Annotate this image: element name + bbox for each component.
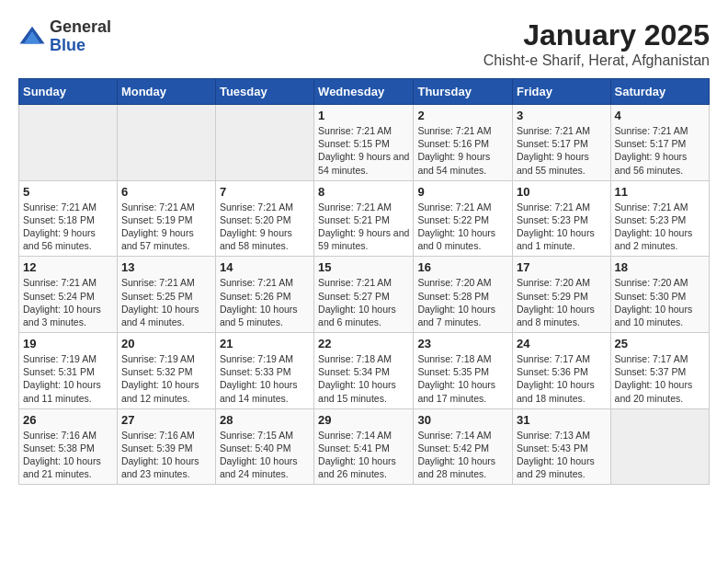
calendar-cell: 8 Sunrise: 7:21 AMSunset: 5:21 PMDayligh… (314, 180, 414, 257)
day-detail: Sunrise: 7:21 AMSunset: 5:23 PMDaylight:… (615, 201, 693, 252)
day-detail: Sunrise: 7:19 AMSunset: 5:31 PMDaylight:… (23, 353, 101, 404)
header-thursday: Thursday (414, 79, 513, 105)
logo-blue: Blue (50, 37, 111, 55)
day-number: 24 (517, 337, 607, 350)
calendar-cell (117, 105, 215, 181)
day-number: 31 (517, 413, 607, 427)
day-detail: Sunrise: 7:21 AMSunset: 5:17 PMDaylight:… (517, 125, 590, 176)
day-detail: Sunrise: 7:19 AMSunset: 5:32 PMDaylight:… (121, 353, 199, 404)
day-detail: Sunrise: 7:21 AMSunset: 5:23 PMDaylight:… (517, 201, 595, 252)
logo-general: General (50, 18, 111, 37)
calendar-cell: 6 Sunrise: 7:21 AMSunset: 5:19 PMDayligh… (117, 180, 215, 257)
day-number: 1 (318, 109, 409, 122)
day-number: 21 (220, 337, 310, 350)
day-number: 15 (318, 260, 409, 274)
calendar-cell: 14 Sunrise: 7:21 AMSunset: 5:26 PMDaylig… (215, 257, 313, 333)
calendar-cell: 13 Sunrise: 7:21 AMSunset: 5:25 PMDaylig… (117, 257, 215, 333)
day-detail: Sunrise: 7:20 AMSunset: 5:28 PMDaylight:… (417, 277, 495, 327)
day-detail: Sunrise: 7:21 AMSunset: 5:20 PMDaylight:… (220, 201, 293, 252)
day-number: 29 (318, 413, 409, 427)
day-detail: Sunrise: 7:17 AMSunset: 5:36 PMDaylight:… (517, 353, 595, 404)
day-detail: Sunrise: 7:21 AMSunset: 5:27 PMDaylight:… (318, 277, 396, 327)
day-detail: Sunrise: 7:21 AMSunset: 5:25 PMDaylight:… (121, 277, 199, 327)
day-detail: Sunrise: 7:18 AMSunset: 5:34 PMDaylight:… (318, 353, 396, 404)
day-detail: Sunrise: 7:14 AMSunset: 5:41 PMDaylight:… (318, 430, 396, 480)
day-number: 28 (220, 413, 310, 427)
day-number: 25 (615, 337, 705, 350)
calendar-cell: 11 Sunrise: 7:21 AMSunset: 5:23 PMDaylig… (610, 180, 709, 257)
calendar-cell: 18 Sunrise: 7:20 AMSunset: 5:30 PMDaylig… (610, 257, 709, 333)
calendar-table: SundayMondayTuesdayWednesdayThursdayFrid… (18, 78, 710, 485)
day-number: 4 (615, 109, 705, 122)
day-detail: Sunrise: 7:16 AMSunset: 5:39 PMDaylight:… (121, 430, 199, 480)
calendar-cell (19, 105, 118, 181)
calendar-cell: 2 Sunrise: 7:21 AMSunset: 5:16 PMDayligh… (414, 105, 513, 181)
day-detail: Sunrise: 7:17 AMSunset: 5:37 PMDaylight:… (615, 353, 693, 404)
day-detail: Sunrise: 7:13 AMSunset: 5:43 PMDaylight:… (517, 430, 595, 480)
day-detail: Sunrise: 7:21 AMSunset: 5:19 PMDaylight:… (121, 201, 195, 252)
day-number: 14 (220, 260, 310, 274)
title-block: January 2025 Chisht-e Sharif, Herat, Afg… (483, 18, 710, 69)
calendar-cell: 1 Sunrise: 7:21 AMSunset: 5:15 PMDayligh… (314, 105, 414, 181)
day-detail: Sunrise: 7:20 AMSunset: 5:29 PMDaylight:… (517, 277, 595, 327)
day-detail: Sunrise: 7:21 AMSunset: 5:16 PMDaylight:… (417, 125, 491, 176)
calendar-cell: 20 Sunrise: 7:19 AMSunset: 5:32 PMDaylig… (117, 333, 215, 409)
calendar-cell: 26 Sunrise: 7:16 AMSunset: 5:38 PMDaylig… (19, 408, 118, 485)
day-detail: Sunrise: 7:19 AMSunset: 5:33 PMDaylight:… (220, 353, 298, 404)
week-row-1: 1 Sunrise: 7:21 AMSunset: 5:15 PMDayligh… (19, 105, 710, 181)
header-tuesday: Tuesday (215, 79, 313, 105)
calendar-cell: 23 Sunrise: 7:18 AMSunset: 5:35 PMDaylig… (414, 333, 513, 409)
day-detail: Sunrise: 7:21 AMSunset: 5:26 PMDaylight:… (220, 277, 298, 327)
calendar-cell: 7 Sunrise: 7:21 AMSunset: 5:20 PMDayligh… (215, 180, 313, 257)
day-number: 23 (417, 337, 508, 350)
day-number: 13 (121, 260, 211, 274)
week-row-4: 19 Sunrise: 7:19 AMSunset: 5:31 PMDaylig… (19, 333, 710, 409)
page-header: General Blue January 2025 Chisht-e Shari… (18, 18, 710, 69)
calendar-cell: 29 Sunrise: 7:14 AMSunset: 5:41 PMDaylig… (314, 408, 414, 485)
day-number: 22 (318, 337, 409, 350)
day-number: 7 (220, 185, 310, 199)
calendar-cell: 5 Sunrise: 7:21 AMSunset: 5:18 PMDayligh… (19, 180, 118, 257)
day-number: 10 (517, 185, 607, 199)
calendar-cell: 30 Sunrise: 7:14 AMSunset: 5:42 PMDaylig… (414, 408, 513, 485)
calendar-cell: 16 Sunrise: 7:20 AMSunset: 5:28 PMDaylig… (414, 257, 513, 333)
week-row-3: 12 Sunrise: 7:21 AMSunset: 5:24 PMDaylig… (19, 257, 710, 333)
calendar-cell: 21 Sunrise: 7:19 AMSunset: 5:33 PMDaylig… (215, 333, 313, 409)
header-saturday: Saturday (610, 79, 709, 105)
calendar-cell: 9 Sunrise: 7:21 AMSunset: 5:22 PMDayligh… (414, 180, 513, 257)
calendar-cell: 27 Sunrise: 7:16 AMSunset: 5:39 PMDaylig… (117, 408, 215, 485)
day-number: 27 (121, 413, 211, 427)
week-row-5: 26 Sunrise: 7:16 AMSunset: 5:38 PMDaylig… (19, 408, 710, 485)
day-number: 30 (417, 413, 508, 427)
day-number: 20 (121, 337, 211, 350)
day-detail: Sunrise: 7:21 AMSunset: 5:15 PMDaylight:… (318, 125, 409, 176)
day-number: 2 (417, 109, 508, 122)
calendar-cell: 10 Sunrise: 7:21 AMSunset: 5:23 PMDaylig… (513, 180, 611, 257)
calendar-cell: 19 Sunrise: 7:19 AMSunset: 5:31 PMDaylig… (19, 333, 118, 409)
calendar-cell: 24 Sunrise: 7:17 AMSunset: 5:36 PMDaylig… (513, 333, 611, 409)
day-number: 9 (417, 185, 508, 199)
calendar-cell: 15 Sunrise: 7:21 AMSunset: 5:27 PMDaylig… (314, 257, 414, 333)
calendar-cell: 12 Sunrise: 7:21 AMSunset: 5:24 PMDaylig… (19, 257, 118, 333)
week-row-2: 5 Sunrise: 7:21 AMSunset: 5:18 PMDayligh… (19, 180, 710, 257)
day-number: 8 (318, 185, 409, 199)
calendar-cell: 17 Sunrise: 7:20 AMSunset: 5:29 PMDaylig… (513, 257, 611, 333)
calendar-cell (610, 408, 709, 485)
day-detail: Sunrise: 7:21 AMSunset: 5:22 PMDaylight:… (417, 201, 495, 252)
day-detail: Sunrise: 7:21 AMSunset: 5:17 PMDaylight:… (615, 125, 688, 176)
day-number: 5 (23, 185, 113, 199)
calendar-cell: 4 Sunrise: 7:21 AMSunset: 5:17 PMDayligh… (610, 105, 709, 181)
day-number: 19 (23, 337, 113, 350)
calendar-header-row: SundayMondayTuesdayWednesdayThursdayFrid… (19, 79, 710, 105)
header-friday: Friday (513, 79, 611, 105)
header-monday: Monday (117, 79, 215, 105)
header-sunday: Sunday (19, 79, 118, 105)
day-detail: Sunrise: 7:21 AMSunset: 5:21 PMDaylight:… (318, 201, 409, 252)
logo-icon (18, 23, 46, 51)
day-number: 18 (615, 260, 705, 274)
calendar-cell: 28 Sunrise: 7:15 AMSunset: 5:40 PMDaylig… (215, 408, 313, 485)
day-number: 6 (121, 185, 211, 199)
day-detail: Sunrise: 7:21 AMSunset: 5:24 PMDaylight:… (23, 277, 101, 327)
day-detail: Sunrise: 7:14 AMSunset: 5:42 PMDaylight:… (417, 430, 495, 480)
header-wednesday: Wednesday (314, 79, 414, 105)
